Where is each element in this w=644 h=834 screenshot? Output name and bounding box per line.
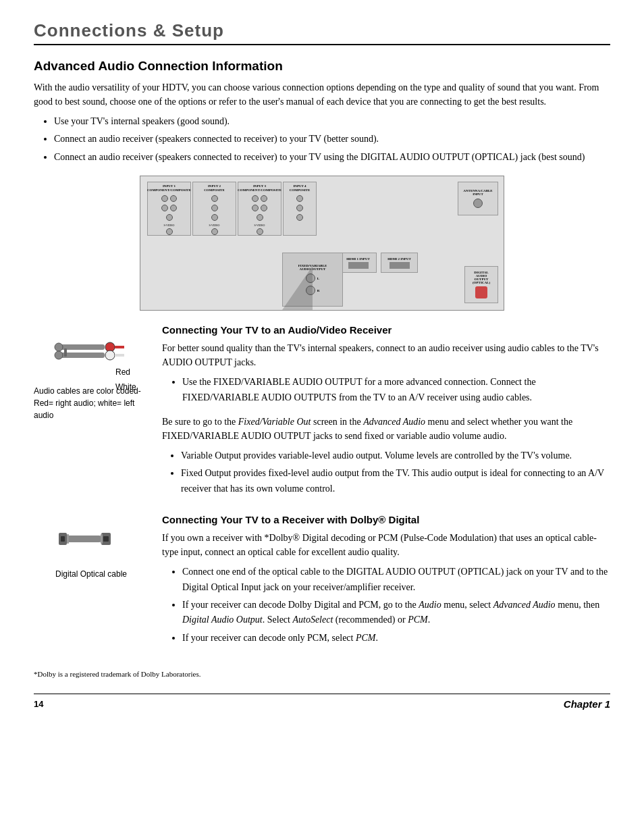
fixed-var-connectors: L R <box>306 273 320 295</box>
input1-block: INPUT 1COMPONENT/COMPOSITE S-VIDEO <box>147 182 191 236</box>
hdmi2-label: HDMI 2 INPUT <box>387 257 411 261</box>
svg-rect-14 <box>67 534 69 544</box>
connector <box>211 214 218 221</box>
input2-label: INPUT 2COMPOSITE <box>204 184 225 192</box>
tv-panel: INPUT 1COMPONENT/COMPOSITE S-VIDEO <box>140 176 504 310</box>
footer-page-number: 14 <box>34 699 43 709</box>
section2-container: Red White Audio cables are color coded- … <box>34 324 610 500</box>
connector-R <box>306 286 315 295</box>
red-label: Red <box>115 367 132 377</box>
connector <box>252 195 259 202</box>
hdmi-row: HDMI 1 INPUT HDMI 2 INPUT <box>340 253 418 273</box>
antenna-label: ANTENNA/CABLEINPUT <box>458 182 498 215</box>
section3-container: Digital Optical cable Connecting Your TV… <box>34 514 610 655</box>
bullet-item: Use your TV's internal speakers (good so… <box>54 114 610 129</box>
svg-rect-3 <box>115 346 124 348</box>
svg-rect-13 <box>103 536 109 542</box>
connector <box>161 195 168 202</box>
connector <box>211 205 218 211</box>
optical-cable-svg <box>57 514 125 568</box>
connector <box>211 228 218 235</box>
digital-audio-label: DIGITALAUDIOOUTPUT(OPTICAL) <box>464 266 498 303</box>
section1-intro: With the audio versatility of your HDTV,… <box>34 80 610 109</box>
bullet-item: Connect an audio receiver (speakers conn… <box>54 132 610 147</box>
section3-bullet1: Connect one end of the optical cable to … <box>182 565 610 595</box>
connector <box>257 228 263 235</box>
tv-diagram: INPUT 1COMPONENT/COMPOSITE S-VIDEO <box>140 176 504 311</box>
antenna-block: ANTENNA/CABLEINPUT <box>458 182 498 215</box>
section-advanced-audio: Advanced Audio Connection Information Wi… <box>34 59 610 165</box>
svg-point-7 <box>55 351 63 359</box>
hdmi2-block: HDMI 2 INPUT <box>381 253 418 273</box>
footnote: *Dolby is a registered trademark of Dolb… <box>34 669 610 680</box>
section1-title: Advanced Audio Connection Information <box>34 59 610 74</box>
connector <box>296 214 303 221</box>
input1-label: INPUT 1COMPONENT/COMPOSITE <box>147 184 191 192</box>
svg-rect-11 <box>61 536 65 542</box>
antenna-connector <box>473 199 483 208</box>
optical-port <box>475 286 487 298</box>
connector-L <box>306 273 315 283</box>
tv-diagram-container: INPUT 1COMPONENT/COMPOSITE S-VIDEO <box>34 176 610 311</box>
section2-paragraph: Be sure to go to the Fixed/Variable Out … <box>162 415 610 443</box>
section3-left: Digital Optical cable <box>34 514 149 655</box>
connector <box>170 205 177 211</box>
connector <box>161 205 168 211</box>
input4-label: INPUT 4COMPOSITE <box>290 184 311 192</box>
connector <box>211 195 218 202</box>
section3-right: Connecting Your TV to a Receiver with Do… <box>162 514 610 655</box>
input-row: INPUT 1COMPONENT/COMPOSITE S-VIDEO <box>147 182 317 236</box>
subbullet-2: Fixed Output provides fixed-level audio … <box>181 466 610 496</box>
section3-intro: If you own a receiver with *Dolby® Digit… <box>162 531 610 559</box>
hdmi1-port <box>348 262 369 269</box>
svg-point-4 <box>105 350 115 360</box>
svg-rect-15 <box>101 534 103 544</box>
digital-audio-block: DIGITALAUDIOOUTPUT(OPTICAL) <box>464 266 498 303</box>
input4-block: INPUT 4COMPOSITE <box>283 182 317 236</box>
footer-chapter: Chapter 1 <box>564 698 610 710</box>
section2-bullet1: Use the FIXED/VARIABLE AUDIO OUTPUT for … <box>182 375 610 405</box>
section2-intro: For better sound quality than the TV's i… <box>162 341 610 369</box>
fixed-var-block: FIXED/VARIABLEAUDIO OUTPUT L R <box>282 253 343 307</box>
white-label: White <box>115 382 132 392</box>
svg-rect-8 <box>64 348 67 357</box>
hdmi1-block: HDMI 1 INPUT <box>340 253 377 273</box>
connector <box>252 205 259 211</box>
connector <box>261 195 267 202</box>
rca-cable-image: Red White <box>51 324 132 385</box>
fixed-var-label: FIXED/VARIABLEAUDIO OUTPUT L R <box>282 253 343 307</box>
connector <box>170 195 177 202</box>
connector <box>257 214 263 221</box>
input2-block: INPUT 2COMPOSITE S-VIDEO <box>192 182 236 236</box>
connector <box>166 214 173 221</box>
section2-right: Connecting Your TV to an Audio/Video Rec… <box>162 324 610 500</box>
section3-bullet2: If your receiver can decode Dolby Digita… <box>182 598 610 628</box>
connector <box>166 228 173 235</box>
connector <box>296 195 303 202</box>
subbullet-1: Variable Output provides variable-level … <box>181 448 610 463</box>
section1-bullets: Use your TV's internal speakers (good so… <box>54 114 610 165</box>
section2-bullets: Use the FIXED/VARIABLE AUDIO OUTPUT for … <box>182 375 610 405</box>
section3-bullets: Connect one end of the optical cable to … <box>182 565 610 646</box>
section2-subbullets: Variable Output provides variable-level … <box>181 448 610 496</box>
section3-bullet3: If your receiver can decode only PCM, se… <box>182 631 610 646</box>
connector <box>261 205 267 211</box>
hdmi2-port <box>390 262 410 269</box>
connector <box>296 205 303 211</box>
svg-point-6 <box>55 343 63 351</box>
svg-rect-5 <box>115 354 124 357</box>
bullet-item: Connect an audio receiver (speakers conn… <box>54 150 610 165</box>
page-title: Connections & Setup <box>34 20 610 41</box>
input3-block: INPUT 3COMPONENT/COMPOSITE S-VIDEO <box>238 182 281 236</box>
section3-cable-label: Digital Optical cable <box>55 568 127 580</box>
section2-left: Red White Audio cables are color coded- … <box>34 324 149 500</box>
hdmi1-label: HDMI 1 INPUT <box>346 257 370 261</box>
section3-title: Connecting Your TV to a Receiver with Do… <box>162 514 610 525</box>
optical-cable-image <box>57 514 125 568</box>
section2-title: Connecting Your TV to an Audio/Video Rec… <box>162 324 610 336</box>
page-header: Connections & Setup <box>34 20 610 45</box>
page-footer: 14 Chapter 1 <box>34 694 610 710</box>
input3-label: INPUT 3COMPONENT/COMPOSITE <box>238 184 281 192</box>
